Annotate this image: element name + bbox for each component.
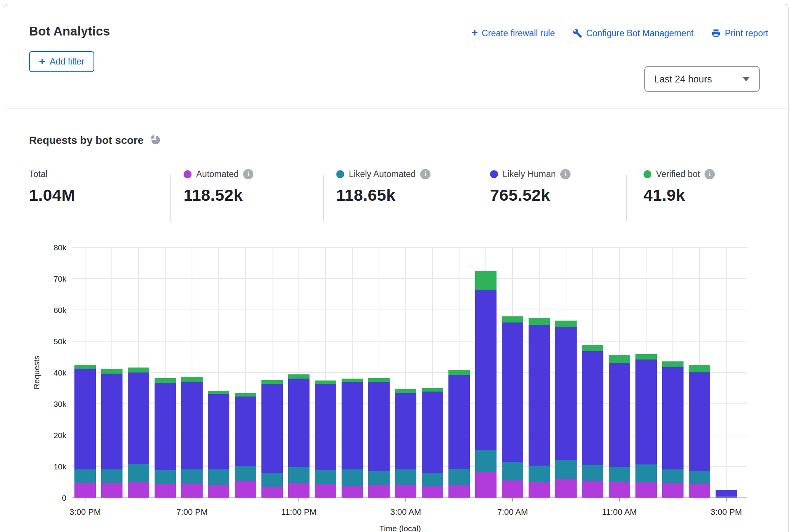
create-firewall-rule-label: Create firewall rule bbox=[482, 28, 555, 39]
requests-by-bot-score-chart: 010k20k30k40k50k60k70k80k3:00 PM7:00 PM1… bbox=[4, 237, 790, 532]
info-icon[interactable]: i bbox=[705, 169, 715, 179]
info-icon[interactable]: i bbox=[243, 169, 253, 179]
add-filter-button[interactable]: + Add filter bbox=[29, 51, 94, 72]
svg-text:3:00 PM: 3:00 PM bbox=[69, 507, 101, 517]
stat-separator bbox=[626, 175, 627, 222]
section-title: Requests by bot score bbox=[29, 134, 143, 147]
svg-text:7:00 AM: 7:00 AM bbox=[497, 507, 528, 517]
section-title-row: Requests by bot score bbox=[29, 134, 161, 147]
create-firewall-rule-link[interactable]: + Create firewall rule bbox=[472, 28, 555, 39]
info-icon[interactable]: i bbox=[420, 169, 430, 179]
stat-separator bbox=[323, 175, 324, 222]
stat-likely-automated-label: Likely Automated bbox=[349, 169, 416, 179]
configure-bot-management-label: Configure Bot Management bbox=[586, 28, 693, 39]
stat-likely-human: Likely Human i 765.52k bbox=[490, 168, 571, 205]
svg-text:3:00 PM: 3:00 PM bbox=[711, 507, 742, 517]
print-report-link[interactable]: Print report bbox=[711, 28, 768, 39]
svg-text:10k: 10k bbox=[53, 462, 66, 471]
svg-text:80k: 80k bbox=[53, 243, 66, 252]
svg-text:70k: 70k bbox=[53, 274, 66, 283]
svg-text:11:00 PM: 11:00 PM bbox=[281, 507, 317, 517]
add-filter-label: Add filter bbox=[50, 56, 84, 67]
info-icon[interactable]: i bbox=[560, 169, 571, 179]
stat-likely-automated: Likely Automated i 118.65k bbox=[336, 168, 430, 205]
svg-text:7:00 PM: 7:00 PM bbox=[176, 507, 208, 517]
printer-icon bbox=[711, 28, 721, 38]
svg-text:30k: 30k bbox=[53, 400, 66, 408]
stat-automated-value: 118.52k bbox=[184, 186, 253, 205]
svg-text:20k: 20k bbox=[53, 431, 66, 440]
svg-text:Time (local): Time (local) bbox=[379, 524, 421, 532]
chevron-down-icon bbox=[742, 77, 750, 81]
configure-bot-management-link[interactable]: Configure Bot Management bbox=[572, 28, 693, 39]
stat-separator bbox=[471, 175, 471, 222]
stat-automated-label: Automated bbox=[196, 169, 239, 179]
plus-icon: + bbox=[39, 56, 45, 67]
likely-human-legend-dot bbox=[490, 170, 498, 178]
plus-icon: + bbox=[472, 27, 478, 38]
stat-verified-bot: Verified bot i 41.9k bbox=[643, 168, 715, 205]
svg-text:40k: 40k bbox=[53, 368, 66, 377]
svg-text:50k: 50k bbox=[53, 337, 66, 346]
time-range-select[interactable]: Last 24 hours bbox=[644, 66, 760, 92]
stat-likely-human-label: Likely Human bbox=[503, 169, 556, 179]
likely-automated-legend-dot bbox=[336, 170, 344, 178]
verified-bot-legend-dot bbox=[643, 170, 651, 178]
stat-total: Total 1.04M bbox=[29, 168, 75, 205]
svg-text:0: 0 bbox=[62, 493, 66, 502]
stat-total-label: Total bbox=[29, 169, 48, 179]
stats-row: Total 1.04M Automated i 118.52k Likely A… bbox=[4, 168, 788, 226]
page-title: Bot Analytics bbox=[29, 24, 110, 39]
stat-total-value: 1.04M bbox=[29, 186, 75, 205]
stat-automated: Automated i 118.52k bbox=[184, 168, 253, 205]
print-report-label: Print report bbox=[725, 28, 768, 39]
stat-verified-bot-label: Verified bot bbox=[656, 169, 700, 179]
time-range-value: Last 24 hours bbox=[654, 74, 712, 85]
bot-analytics-card: Bot Analytics + Create firewall rule Con… bbox=[4, 4, 788, 532]
svg-text:11:00 AM: 11:00 AM bbox=[602, 507, 637, 517]
svg-text:3:00 AM: 3:00 AM bbox=[390, 507, 421, 517]
automated-legend-dot bbox=[184, 170, 192, 178]
stat-verified-bot-value: 41.9k bbox=[643, 186, 715, 205]
wrench-icon bbox=[572, 28, 582, 38]
svg-text:Requests: Requests bbox=[32, 356, 41, 390]
header-actions: + Create firewall rule Configure Bot Man… bbox=[472, 28, 768, 39]
stat-likely-automated-value: 118.65k bbox=[336, 186, 430, 205]
svg-text:60k: 60k bbox=[53, 306, 66, 314]
pie-chart-icon bbox=[150, 134, 161, 147]
card-header: Bot Analytics + Create firewall rule Con… bbox=[4, 4, 788, 108]
stat-likely-human-value: 765.52k bbox=[490, 186, 571, 205]
stat-separator bbox=[170, 175, 171, 222]
